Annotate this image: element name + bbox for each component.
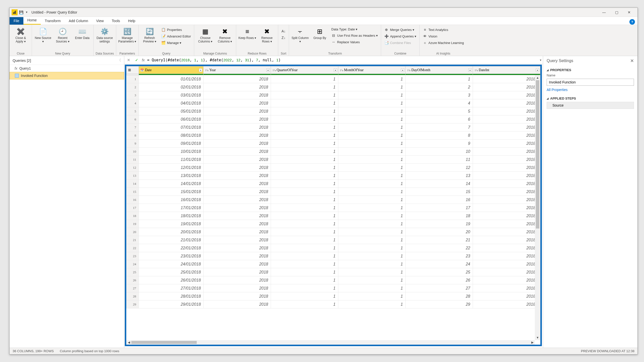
cell-dateint[interactable]: 20180: [473, 204, 540, 212]
cell-monthofyear[interactable]: 1: [338, 252, 406, 260]
cell-date[interactable]: 04/01/2018: [139, 99, 204, 107]
cell-monthofyear[interactable]: 1: [338, 284, 406, 292]
cell-monthofyear[interactable]: 1: [338, 196, 406, 204]
cell-quarterofyear[interactable]: 1: [271, 91, 338, 99]
cell-year[interactable]: 2018: [204, 228, 271, 236]
cell-dateint[interactable]: 20180: [473, 164, 540, 172]
row-number[interactable]: 24: [127, 260, 139, 268]
cell-quarterofyear[interactable]: 1: [271, 131, 338, 140]
cell-year[interactable]: 2018: [204, 260, 271, 268]
cell-dayofmonth[interactable]: 7: [406, 123, 473, 131]
cell-year[interactable]: 2018: [204, 188, 271, 196]
cell-quarterofyear[interactable]: 1: [271, 236, 338, 244]
row-number[interactable]: 8: [127, 131, 139, 140]
cell-quarterofyear[interactable]: 1: [271, 148, 338, 156]
scroll-right-icon[interactable]: ▶: [530, 341, 535, 344]
recent-sources-button[interactable]: 🕘Recent Sources ▾: [54, 26, 72, 43]
cell-dayofmonth[interactable]: 12: [406, 164, 473, 172]
cell-dateint[interactable]: 20180: [473, 300, 540, 308]
query-name-input[interactable]: [547, 79, 634, 86]
cell-dateint[interactable]: 20180: [473, 244, 540, 252]
cell-dateint[interactable]: 20180: [473, 228, 540, 236]
advanced-editor-button[interactable]: 📝Advanced Editor: [160, 33, 192, 39]
cell-dayofmonth[interactable]: 17: [406, 204, 473, 212]
cell-dayofmonth[interactable]: 24: [406, 260, 473, 268]
table-row[interactable]: 1919/01/20182018111920180: [127, 220, 540, 228]
sort-asc-button[interactable]: A↓: [280, 28, 287, 34]
tab-tools[interactable]: Tools: [108, 17, 124, 25]
minimize-button[interactable]: —: [598, 8, 610, 17]
cell-monthofyear[interactable]: 1: [338, 276, 406, 284]
split-column-button[interactable]: ⫟Split Column ▾: [291, 26, 309, 43]
cell-quarterofyear[interactable]: 1: [271, 140, 338, 148]
cell-dayofmonth[interactable]: 19: [406, 220, 473, 228]
formula-input[interactable]: = Query1(#date(2018, 1, 1), #date(2022, …: [147, 58, 537, 62]
cell-monthofyear[interactable]: 1: [338, 148, 406, 156]
table-row[interactable]: 404/01/2018201811420180: [127, 99, 540, 107]
properties-section-header[interactable]: PROPERTIES: [547, 68, 634, 72]
row-number[interactable]: 16: [127, 196, 139, 204]
cell-dateint[interactable]: 20180: [473, 252, 540, 260]
cell-dateint[interactable]: 20180: [473, 220, 540, 228]
row-number[interactable]: 12: [127, 164, 139, 172]
table-row[interactable]: 2525/01/20182018112520180: [127, 268, 540, 276]
row-number[interactable]: 13: [127, 172, 139, 180]
cell-monthofyear[interactable]: 1: [338, 220, 406, 228]
data-source-settings-button[interactable]: ⚙️Data source settings: [96, 26, 114, 43]
row-number[interactable]: 7: [127, 123, 139, 131]
tab-transform[interactable]: Transform: [41, 17, 65, 25]
cell-quarterofyear[interactable]: 1: [271, 292, 338, 300]
cell-year[interactable]: 2018: [204, 252, 271, 260]
close-settings-icon[interactable]: ✕: [630, 58, 634, 64]
cell-quarterofyear[interactable]: 1: [271, 180, 338, 188]
row-number[interactable]: 29: [127, 300, 139, 308]
save-icon[interactable]: 💾: [19, 10, 23, 14]
tab-add-column[interactable]: Add Column: [65, 17, 92, 25]
row-number[interactable]: 6: [127, 115, 139, 123]
row-number[interactable]: 17: [127, 204, 139, 212]
cell-date[interactable]: 21/01/2018: [139, 236, 204, 244]
cell-year[interactable]: 2018: [204, 220, 271, 228]
cell-date[interactable]: 28/01/2018: [139, 292, 204, 300]
row-number[interactable]: 21: [127, 236, 139, 244]
cell-year[interactable]: 2018: [204, 140, 271, 148]
cell-dayofmonth[interactable]: 3: [406, 91, 473, 99]
column-header-dateint[interactable]: 1²₃DateInt▾: [473, 66, 540, 74]
cell-date[interactable]: 14/01/2018: [139, 180, 204, 188]
cell-dayofmonth[interactable]: 25: [406, 268, 473, 276]
cell-monthofyear[interactable]: 1: [338, 260, 406, 268]
applied-steps-header[interactable]: APPLIED STEPS: [547, 97, 634, 100]
combine-files-button[interactable]: 📑Combine Files: [383, 40, 417, 46]
cell-date[interactable]: 15/01/2018: [139, 188, 204, 196]
cell-year[interactable]: 2018: [204, 172, 271, 180]
cell-year[interactable]: 2018: [204, 268, 271, 276]
row-number[interactable]: 11: [127, 156, 139, 164]
remove-columns-button[interactable]: ✖Remove Columns ▾: [216, 26, 234, 43]
cell-dayofmonth[interactable]: 11: [406, 156, 473, 164]
scroll-thumb-vertical[interactable]: [536, 80, 539, 229]
cell-quarterofyear[interactable]: 1: [271, 268, 338, 276]
cell-dayofmonth[interactable]: 22: [406, 244, 473, 252]
cell-dateint[interactable]: 20180: [473, 107, 540, 115]
row-number[interactable]: 4: [127, 99, 139, 107]
cell-year[interactable]: 2018: [204, 148, 271, 156]
cell-dateint[interactable]: 20180: [473, 91, 540, 99]
cell-year[interactable]: 2018: [204, 276, 271, 284]
row-number[interactable]: 26: [127, 276, 139, 284]
data-type-button[interactable]: Data Type: Date ▾: [330, 27, 379, 32]
qat-dropdown-icon[interactable]: ▼: [25, 11, 28, 14]
vision-button[interactable]: 👁Vision: [422, 33, 465, 39]
cell-monthofyear[interactable]: 1: [338, 83, 406, 91]
table-row[interactable]: 2121/01/20182018112120180: [127, 236, 540, 244]
table-row[interactable]: 606/01/2018201811620180: [127, 115, 540, 123]
table-row[interactable]: 1111/01/20182018111120180: [127, 156, 540, 164]
close-button[interactable]: ✕: [623, 8, 635, 17]
filter-icon[interactable]: ▾: [334, 68, 337, 72]
cell-quarterofyear[interactable]: 1: [271, 284, 338, 292]
scroll-left-icon[interactable]: ◀: [126, 341, 131, 344]
first-row-headers-button[interactable]: ⊟Use First Row as Headers ▾: [330, 33, 379, 38]
cell-monthofyear[interactable]: 1: [338, 140, 406, 148]
cell-date[interactable]: 06/01/2018: [139, 115, 204, 123]
cell-date[interactable]: 20/01/2018: [139, 228, 204, 236]
cell-dayofmonth[interactable]: 28: [406, 292, 473, 300]
